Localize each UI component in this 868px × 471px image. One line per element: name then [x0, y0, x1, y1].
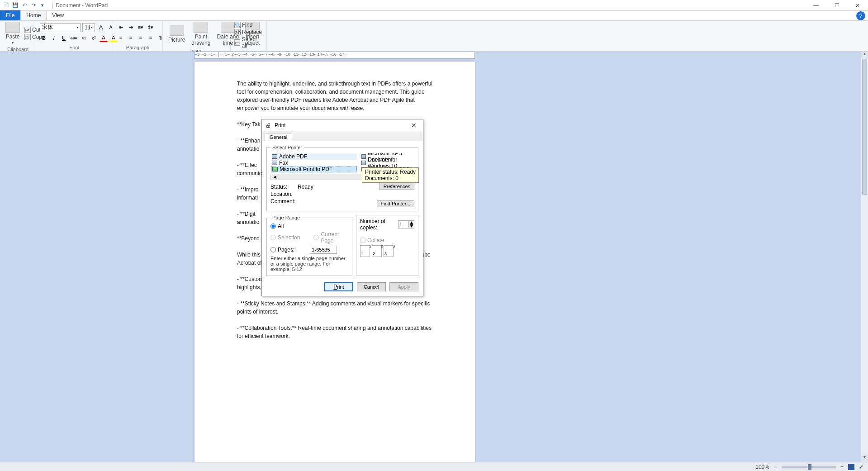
dialog-close-button[interactable]: ✕ — [408, 122, 419, 129]
paragraph[interactable]: - **Collaboration Tools:** Real-time doc… — [237, 324, 432, 340]
comment-label: Comment: — [270, 198, 298, 205]
ribbon: Paste▾ ✂Cut ⧉Copy Clipboard 宋体▾ 11▾ A A … — [0, 21, 868, 52]
select-all-button[interactable]: ▭Select all — [234, 36, 263, 49]
print-button[interactable]: PPrintrint — [324, 282, 353, 291]
printer-item-adobe[interactable]: Adobe PDF — [271, 153, 357, 160]
cancel-button[interactable]: Cancel — [357, 282, 386, 291]
home-tab[interactable]: Home — [20, 10, 47, 20]
collate-page-icon: 1 — [360, 245, 370, 257]
vertical-scrollbar[interactable]: ▲ ▼ — [861, 52, 868, 462]
picture-button[interactable]: Picture — [166, 25, 187, 43]
decrease-indent-button[interactable]: ⇤ — [117, 24, 125, 32]
printer-icon — [361, 161, 366, 165]
paragraph-label: Paragraph — [113, 44, 162, 51]
select-printer-label: Select Printer — [270, 145, 304, 150]
collate-checkbox: Collate — [360, 237, 414, 243]
font-size-select[interactable]: 11▾ — [82, 23, 95, 32]
scroll-up-icon[interactable]: ▲ — [861, 52, 868, 59]
underline-button[interactable]: U — [60, 34, 68, 42]
select-all-icon: ▭ — [234, 39, 240, 46]
printer-tooltip: Printer status: Ready Documents: 0 — [362, 167, 419, 183]
align-left-button[interactable]: ≡ — [117, 33, 125, 42]
font-color-button[interactable]: A — [100, 34, 108, 42]
dialog-title: Print — [275, 122, 286, 128]
replace-button[interactable]: abReplace — [234, 29, 263, 35]
zoom-out-button[interactable]: − — [774, 464, 777, 470]
find-button[interactable]: 🔍Find — [234, 22, 263, 28]
clipboard-group: Paste▾ ✂Cut ⧉Copy Clipboard — [0, 21, 36, 51]
save-icon[interactable]: 💾 — [12, 2, 19, 9]
app-icon: 📄 — [3, 2, 10, 9]
dialog-tabs: General — [262, 131, 423, 141]
strike-button[interactable]: abc — [70, 34, 78, 42]
preferences-button[interactable]: Preferences — [379, 183, 414, 190]
scroll-thumb[interactable] — [862, 59, 867, 195]
collate-preview: 1 2 3 — [360, 245, 414, 257]
editing-group: 🔍Find abReplace ▭Select all Editing — [231, 21, 267, 51]
increase-indent-button[interactable]: ⇥ — [127, 24, 135, 32]
subscript-button[interactable]: x₂ — [80, 34, 88, 42]
collate-page-icon: 2 — [372, 245, 382, 257]
all-radio[interactable]: All — [270, 223, 348, 229]
align-right-button[interactable]: ≡ — [137, 33, 145, 42]
printer-icon — [361, 154, 366, 159]
current-page-radio: Current Page — [313, 231, 348, 244]
scroll-down-icon[interactable]: ▼ — [861, 455, 868, 462]
file-tab[interactable]: File — [0, 10, 20, 20]
dialog-titlebar[interactable]: 🖨 Print ✕ — [262, 119, 423, 131]
page-range-hint: Enter either a single page number or a s… — [270, 256, 348, 272]
status-bar: 100% − + ⤢ — [0, 462, 868, 471]
grow-font-button[interactable]: A — [97, 24, 105, 32]
copy-icon: ⧉ — [24, 34, 31, 40]
bold-button[interactable]: B — [40, 34, 48, 42]
zoom-in-button[interactable]: + — [840, 464, 844, 470]
copies-label: Number of copies: — [360, 218, 395, 231]
printer-icon — [272, 167, 278, 171]
zoom-knob[interactable] — [808, 464, 811, 470]
view-tab[interactable]: View — [47, 10, 69, 20]
paragraph[interactable]: The ability to highlight, underline, and… — [237, 80, 432, 112]
font-label: Font — [36, 44, 113, 51]
page-range-group: Page Range All Selection Current Page Pa… — [266, 215, 352, 276]
qat-dropdown-icon[interactable]: ▾ — [39, 2, 46, 9]
page-range-label: Page Range — [270, 215, 302, 220]
paste-button[interactable]: Paste▾ — [4, 22, 22, 45]
paste-icon — [5, 22, 20, 33]
fullscreen-icon[interactable]: ⤢ — [859, 464, 863, 470]
selection-radio: Selection — [270, 231, 300, 244]
paragraph-group: ⇤ ⇥ ≡▾ ‡▾ ≡ ≡ ≡ ≡ ¶ Paragraph — [113, 21, 163, 51]
paint-drawing-button[interactable]: Paint drawing — [190, 22, 212, 46]
zoom-slider[interactable] — [782, 466, 836, 468]
pages-radio[interactable]: Pages: — [270, 246, 348, 254]
paragraph[interactable]: - **Sticky Notes and Stamps:** Adding co… — [237, 300, 432, 316]
apply-button: Apply — [389, 282, 418, 291]
superscript-button[interactable]: x² — [90, 34, 98, 42]
copies-spinner[interactable]: ▲▼ — [398, 220, 414, 228]
font-family-select[interactable]: 宋体▾ — [40, 23, 81, 32]
window-controls: — ☐ ✕ — [806, 0, 868, 11]
align-center-button[interactable]: ≡ — [127, 33, 135, 42]
redo-icon[interactable]: ↷ — [30, 2, 37, 9]
status-value: Ready — [298, 184, 313, 190]
paint-icon — [194, 22, 208, 33]
find-printer-button[interactable]: Find Printer... — [377, 200, 414, 207]
italic-button[interactable]: I — [50, 34, 58, 42]
horizontal-ruler[interactable]: ··3····2····1····│····1····2····3····4··… — [194, 52, 475, 59]
help-icon[interactable]: ? — [856, 11, 865, 20]
ribbon-tabs: File Home View ? — [0, 11, 868, 21]
scroll-left-icon[interactable]: ◀ — [271, 175, 278, 179]
line-spacing-button[interactable]: ‡▾ — [147, 24, 155, 32]
general-tab[interactable]: General — [265, 133, 292, 141]
pages-input[interactable] — [310, 246, 337, 254]
bullets-button[interactable]: ≡▾ — [137, 24, 145, 32]
justify-button[interactable]: ≡ — [147, 33, 155, 42]
printer-item-fax[interactable]: Fax — [271, 160, 357, 166]
close-button[interactable]: ✕ — [847, 0, 868, 11]
maximize-button[interactable]: ☐ — [826, 0, 847, 11]
minimize-button[interactable]: — — [806, 0, 826, 11]
view-mode-icon[interactable] — [848, 464, 854, 470]
printer-item-msprint[interactable]: Microsoft Print to PDF — [271, 166, 357, 172]
location-label: Location: — [270, 191, 298, 197]
printer-icon — [272, 154, 277, 159]
undo-icon[interactable]: ↶ — [21, 2, 28, 9]
